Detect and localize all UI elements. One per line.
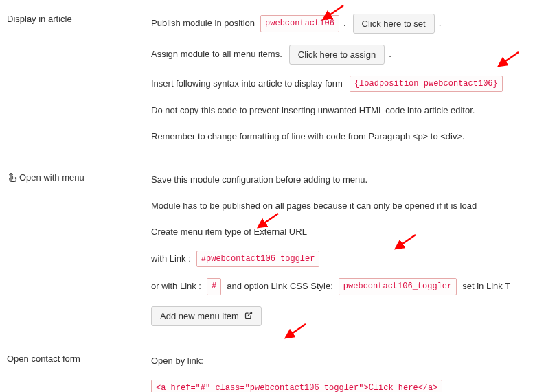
cursor-pointer-icon — [7, 172, 19, 187]
code-link-anchor: <a href="#" class="pwebcontact106_toggle… — [151, 380, 442, 392]
text-do-not-copy: Do not copy this code to prevent inserti… — [151, 103, 475, 118]
section-open-with-menu: Open with menu Save this module configur… — [7, 172, 539, 337]
text-dot: . — [439, 16, 442, 31]
text-insert-syntax: Insert following syntax into article to … — [151, 76, 343, 91]
text-set-in-link: set in Link T — [462, 279, 510, 294]
text-publish-all-pages: Module has to be published on all pages … — [151, 198, 477, 214]
text-assign-module: Assign module to all menu items. — [151, 47, 282, 62]
text-or-with-link: or with Link : — [151, 279, 201, 294]
section-open-contact-form: Open contact form Open by link: <a href=… — [7, 354, 539, 392]
section-content: Open by link: <a href="#" class="pwebcon… — [151, 354, 539, 392]
section-label: Display in article — [7, 14, 151, 156]
section-label: Open with menu — [7, 172, 151, 337]
section-label: Open contact form — [7, 354, 151, 392]
click-to-assign-button[interactable]: Click here to assign — [289, 45, 385, 65]
section-content: Save this module configuration before ad… — [151, 172, 539, 337]
section-display-in-article: Display in article Publish module in pos… — [7, 14, 539, 156]
add-new-menu-item-button[interactable]: Add new menu item — [151, 306, 262, 326]
code-loadposition: {loadposition pwebcontact106} — [350, 76, 503, 92]
code-position: pwebcontact106 — [260, 15, 339, 32]
svg-line-0 — [248, 312, 252, 316]
text-create-menu-item: Create menu item type of External URL — [151, 224, 307, 240]
text-with-link: with Link : — [151, 251, 191, 266]
section-content: Publish module in position pwebcontact10… — [151, 14, 539, 156]
text-dot: . — [343, 16, 346, 31]
text-remember-formatting: Remember to change formatting of line wi… — [151, 129, 465, 144]
external-link-icon — [244, 311, 253, 321]
text-publish-position: Publish module in position — [151, 16, 255, 31]
code-css-toggler: pwebcontact106_toggler — [339, 278, 457, 295]
text-dot: . — [389, 47, 391, 62]
code-link-toggler: #pwebcontact106_toggler — [196, 251, 320, 267]
click-to-set-button[interactable]: Click here to set — [353, 14, 435, 34]
text-save-config: Save this module configuration before ad… — [151, 172, 367, 187]
text-open-by-link: Open by link: — [151, 354, 203, 369]
text-css-style: and option Link CSS Style: — [227, 279, 333, 294]
code-hash: # — [207, 278, 221, 295]
